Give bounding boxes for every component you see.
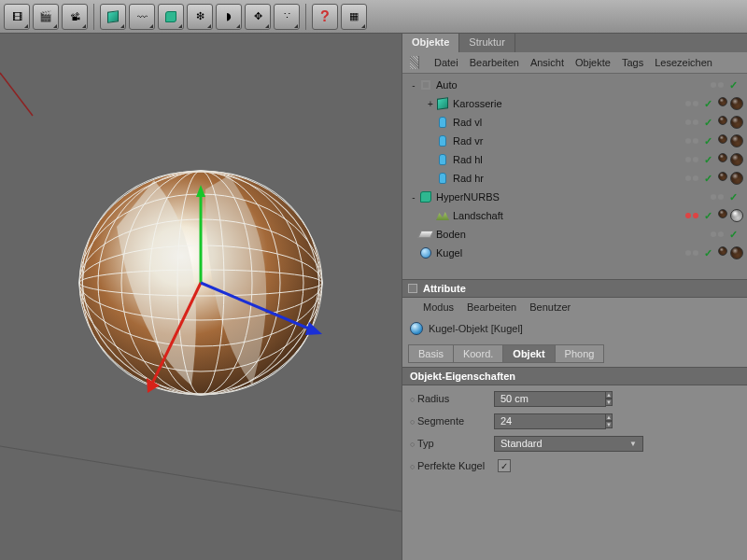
- svg-line-1: [0, 446, 402, 511]
- object-tree[interactable]: -Auto✓+Karosserie✓Rad vl✓Rad vr✓Rad hl✓R…: [402, 74, 747, 279]
- tree-node-label: Rad vr: [453, 135, 685, 147]
- visibility-dots[interactable]: [711, 231, 724, 237]
- segments-input[interactable]: 24: [494, 413, 606, 429]
- structure-button[interactable]: ▦: [341, 4, 367, 30]
- visibility-dots[interactable]: [685, 175, 698, 181]
- deformer-button[interactable]: ◗: [216, 4, 242, 30]
- type-dropdown[interactable]: Standard▼: [494, 436, 643, 452]
- attr-tab-objekt[interactable]: Objekt: [502, 344, 554, 363]
- tree-node[interactable]: Kugel✓: [402, 244, 747, 262]
- menu-bearbeiten[interactable]: Bearbeiten: [470, 57, 519, 68]
- visibility-dots[interactable]: [711, 194, 724, 200]
- properties-section-header: Objekt-Eigenschaften: [402, 367, 747, 385]
- tree-node[interactable]: +Karosserie✓: [402, 94, 747, 113]
- segments-label: Segmente: [410, 415, 494, 427]
- menu-modus[interactable]: Modus: [423, 301, 454, 313]
- enable-check-icon[interactable]: ✓: [729, 79, 738, 91]
- visibility-dots[interactable]: [685, 101, 698, 106]
- cyl-icon: [436, 134, 449, 147]
- tree-node[interactable]: Boden✓: [402, 225, 747, 244]
- spline-button[interactable]: 〰: [129, 4, 155, 30]
- tag-list: [718, 172, 743, 185]
- material-tag[interactable]: [718, 172, 727, 181]
- tree-node-label: Boden: [436, 229, 711, 240]
- menu-tags[interactable]: Tags: [622, 57, 643, 68]
- tree-node-label: Rad hr: [453, 173, 685, 184]
- enable-check-icon[interactable]: ✓: [704, 98, 712, 110]
- menu-lesezeichen[interactable]: Lesezeichen: [655, 57, 712, 68]
- enable-check-icon[interactable]: ✓: [704, 135, 712, 147]
- hypernurbs-button[interactable]: [158, 4, 184, 30]
- tree-node[interactable]: -Auto✓: [402, 76, 747, 94]
- enable-check-icon[interactable]: ✓: [704, 154, 712, 166]
- enable-check-icon[interactable]: ✓: [704, 117, 712, 129]
- tree-node[interactable]: Rad hr✓: [402, 169, 747, 188]
- material-tag[interactable]: [718, 134, 727, 144]
- expand-toggle[interactable]: -: [408, 80, 419, 91]
- material-tag[interactable]: [730, 116, 743, 129]
- tree-node[interactable]: Rad vl✓: [402, 113, 747, 132]
- primitive-cube-button[interactable]: [100, 4, 126, 30]
- segments-stepper[interactable]: ▲▼: [605, 413, 613, 428]
- menu-objekte[interactable]: Objekte: [575, 57, 611, 68]
- menu-ansicht[interactable]: Ansicht: [530, 57, 564, 68]
- material-tag[interactable]: [730, 172, 743, 185]
- material-tag[interactable]: [718, 116, 727, 125]
- picture-viewer-button[interactable]: 📽: [62, 4, 88, 30]
- render-settings-button[interactable]: 🎬: [33, 4, 59, 30]
- material-tag[interactable]: [730, 134, 743, 147]
- enable-check-icon[interactable]: ✓: [704, 173, 712, 185]
- tree-node-label: Landschaft: [453, 210, 685, 221]
- hnurbs-icon: [419, 190, 432, 203]
- tree-node[interactable]: Landschaft✓: [402, 206, 747, 225]
- expand-toggle[interactable]: -: [408, 192, 419, 203]
- enable-check-icon[interactable]: ✓: [729, 229, 738, 241]
- visibility-dots[interactable]: [711, 82, 724, 88]
- attr-tab-koord[interactable]: Koord.: [453, 344, 502, 363]
- attr-tab-phong[interactable]: Phong: [555, 344, 605, 363]
- enable-check-icon[interactable]: ✓: [704, 210, 712, 222]
- tree-node[interactable]: Rad hl✓: [402, 150, 747, 169]
- perfect-sphere-checkbox[interactable]: ✓: [498, 459, 511, 472]
- attribute-object-title: Kugel-Objekt [Kugel]: [402, 316, 747, 341]
- radius-stepper[interactable]: ▲▼: [605, 391, 613, 406]
- tree-node[interactable]: -HyperNURBS✓: [402, 188, 747, 206]
- material-tag[interactable]: [730, 97, 743, 110]
- material-tag[interactable]: [730, 246, 743, 259]
- render-frame-button[interactable]: 🎞: [4, 4, 30, 30]
- scene-button[interactable]: ✥: [245, 4, 271, 30]
- material-tag[interactable]: [718, 97, 727, 106]
- tree-node[interactable]: Rad vr✓: [402, 132, 747, 150]
- particles-button[interactable]: ∵: [274, 4, 300, 30]
- array-button[interactable]: ❇: [187, 4, 213, 30]
- tab-struktur[interactable]: Struktur: [459, 34, 515, 52]
- material-tag[interactable]: [718, 209, 727, 218]
- visibility-dots[interactable]: [685, 157, 698, 162]
- tag-list: [718, 153, 743, 166]
- object-properties: Radius 50 cm ▲▼ Segmente 24 ▲▼ Typ Stand…: [402, 385, 747, 560]
- visibility-dots[interactable]: [685, 138, 698, 144]
- visibility-dots[interactable]: [685, 119, 698, 125]
- menu-datei[interactable]: Datei: [434, 57, 458, 68]
- visibility-dots[interactable]: [685, 250, 698, 256]
- enable-check-icon[interactable]: ✓: [704, 247, 712, 259]
- attribute-tabs: BasisKoord.ObjektPhong: [402, 341, 747, 367]
- help-button[interactable]: ?: [312, 4, 338, 30]
- material-tag[interactable]: [718, 153, 727, 162]
- attribute-title-text: Kugel-Objekt [Kugel]: [429, 323, 523, 334]
- panel-grip-icon[interactable]: [410, 56, 419, 69]
- material-tag[interactable]: [730, 209, 743, 222]
- radius-input[interactable]: 50 cm: [494, 391, 606, 407]
- visibility-dots[interactable]: [685, 213, 698, 218]
- material-tag[interactable]: [730, 153, 743, 166]
- material-tag[interactable]: [718, 246, 727, 256]
- cyl-icon: [436, 116, 449, 129]
- menu-benutzer[interactable]: Benutzer: [529, 301, 571, 313]
- menu-bearbeiten-attr[interactable]: Bearbeiten: [467, 301, 516, 313]
- enable-check-icon[interactable]: ✓: [729, 191, 738, 203]
- attr-tab-basis[interactable]: Basis: [408, 344, 453, 363]
- tab-objekte[interactable]: Objekte: [402, 34, 459, 52]
- viewport-3d[interactable]: [0, 34, 402, 560]
- expand-toggle[interactable]: +: [425, 99, 436, 109]
- panel-toggle-icon[interactable]: [408, 284, 417, 293]
